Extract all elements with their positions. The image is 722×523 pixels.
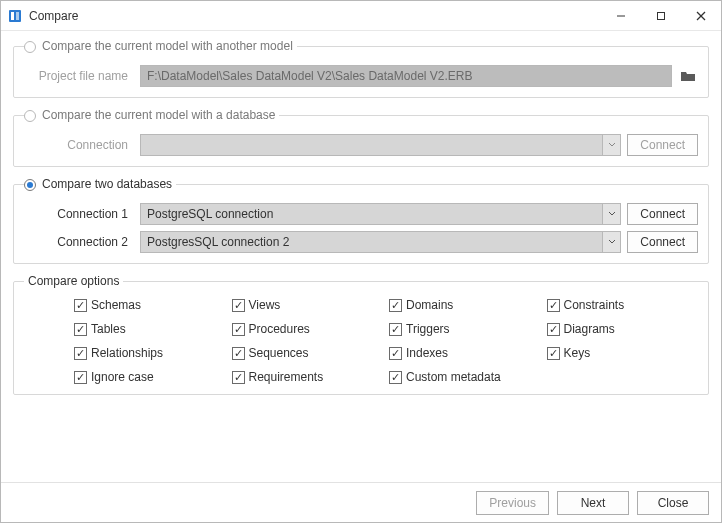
project-file-value: F:\DataModel\Sales DataModel V2\Sales Da… <box>147 69 473 83</box>
row-connection: Connection Connect <box>24 134 698 156</box>
checkbox-requirements[interactable]: ✓Requirements <box>232 370 380 384</box>
previous-button[interactable]: Previous <box>476 491 549 515</box>
radio-model-model[interactable]: Compare the current model with another m… <box>24 39 297 53</box>
connect-button-modeldb: Connect <box>627 134 698 156</box>
checkbox-label: Requirements <box>249 370 324 384</box>
window-title: Compare <box>29 9 78 23</box>
group-options: Compare options ✓Schemas ✓Views ✓Domains… <box>13 274 709 395</box>
checkbox-label: Tables <box>91 322 126 336</box>
connection-select <box>140 134 621 156</box>
checkbox-triggers[interactable]: ✓Triggers <box>389 322 537 336</box>
checkbox-constraints[interactable]: ✓Constraints <box>547 298 695 312</box>
radio-label: Compare the current model with a databas… <box>42 108 275 122</box>
connection-1-select[interactable]: PostgreSQL connection <box>140 203 621 225</box>
svg-rect-0 <box>9 10 21 22</box>
radio-label: Compare two databases <box>42 177 172 191</box>
check-icon: ✓ <box>232 323 245 336</box>
check-icon: ✓ <box>389 347 402 360</box>
next-button[interactable]: Next <box>557 491 629 515</box>
checkbox-label: Views <box>249 298 281 312</box>
chevron-down-icon[interactable] <box>602 232 620 252</box>
chevron-down-icon <box>602 135 620 155</box>
titlebar: Compare <box>1 1 721 31</box>
checkbox-ignore-case[interactable]: ✓Ignore case <box>74 370 222 384</box>
checkbox-schemas[interactable]: ✓Schemas <box>74 298 222 312</box>
connection-2-label: Connection 2 <box>24 235 134 249</box>
check-icon: ✓ <box>389 371 402 384</box>
checkbox-diagrams[interactable]: ✓Diagrams <box>547 322 695 336</box>
maximize-button[interactable] <box>641 1 681 31</box>
content: Compare the current model with another m… <box>1 31 721 482</box>
browse-file-button[interactable] <box>678 66 698 86</box>
footer: Previous Next Close <box>1 482 721 522</box>
close-button[interactable]: Close <box>637 491 709 515</box>
checkbox-procedures[interactable]: ✓Procedures <box>232 322 380 336</box>
group-db-db: Compare two databases Connection 1 Postg… <box>13 177 709 264</box>
radio-icon <box>24 110 36 122</box>
radio-label: Compare the current model with another m… <box>42 39 293 53</box>
connection-label: Connection <box>24 138 134 152</box>
radio-icon <box>24 179 36 191</box>
project-file-field: F:\DataModel\Sales DataModel V2\Sales Da… <box>140 65 672 87</box>
checkbox-label: Constraints <box>564 298 625 312</box>
check-icon: ✓ <box>547 323 560 336</box>
check-icon: ✓ <box>74 299 87 312</box>
connect-button-1[interactable]: Connect <box>627 203 698 225</box>
svg-rect-1 <box>11 12 14 20</box>
chevron-down-icon[interactable] <box>602 204 620 224</box>
check-icon: ✓ <box>74 347 87 360</box>
check-icon: ✓ <box>232 347 245 360</box>
checkbox-keys[interactable]: ✓Keys <box>547 346 695 360</box>
check-icon: ✓ <box>232 371 245 384</box>
connection-2-value: PostgresSQL connection 2 <box>141 232 602 252</box>
radio-icon <box>24 41 36 53</box>
radio-model-db[interactable]: Compare the current model with a databas… <box>24 108 279 122</box>
checkbox-label: Procedures <box>249 322 310 336</box>
svg-rect-4 <box>658 12 665 19</box>
checkbox-custom-metadata[interactable]: ✓Custom metadata <box>389 370 537 384</box>
checkbox-label: Keys <box>564 346 591 360</box>
project-file-label: Project file name <box>24 69 134 83</box>
checkbox-label: Relationships <box>91 346 163 360</box>
checkbox-label: Diagrams <box>564 322 615 336</box>
checkbox-label: Custom metadata <box>406 370 501 384</box>
checkbox-label: Triggers <box>406 322 450 336</box>
connection-2-select[interactable]: PostgresSQL connection 2 <box>140 231 621 253</box>
connection-1-value: PostgreSQL connection <box>141 204 602 224</box>
checkbox-label: Ignore case <box>91 370 154 384</box>
row-project-file: Project file name F:\DataModel\Sales Dat… <box>24 65 698 87</box>
row-connection-2: Connection 2 PostgresSQL connection 2 Co… <box>24 231 698 253</box>
checkbox-sequences[interactable]: ✓Sequences <box>232 346 380 360</box>
checkbox-label: Sequences <box>249 346 309 360</box>
checkbox-tables[interactable]: ✓Tables <box>74 322 222 336</box>
checkbox-indexes[interactable]: ✓Indexes <box>389 346 537 360</box>
check-icon: ✓ <box>74 371 87 384</box>
row-connection-1: Connection 1 PostgreSQL connection Conne… <box>24 203 698 225</box>
minimize-button[interactable] <box>601 1 641 31</box>
connect-button-2[interactable]: Connect <box>627 231 698 253</box>
check-icon: ✓ <box>547 299 560 312</box>
check-icon: ✓ <box>389 323 402 336</box>
connection-value <box>141 135 602 155</box>
options-grid: ✓Schemas ✓Views ✓Domains ✓Constraints ✓T… <box>24 294 698 384</box>
group-model-model: Compare the current model with another m… <box>13 39 709 98</box>
check-icon: ✓ <box>74 323 87 336</box>
group-model-db: Compare the current model with a databas… <box>13 108 709 167</box>
checkbox-label: Indexes <box>406 346 448 360</box>
radio-db-db[interactable]: Compare two databases <box>24 177 176 191</box>
check-icon: ✓ <box>389 299 402 312</box>
check-icon: ✓ <box>232 299 245 312</box>
connection-1-label: Connection 1 <box>24 207 134 221</box>
checkbox-views[interactable]: ✓Views <box>232 298 380 312</box>
checkbox-label: Schemas <box>91 298 141 312</box>
app-icon <box>7 8 23 24</box>
close-window-button[interactable] <box>681 1 721 31</box>
svg-rect-2 <box>16 12 19 20</box>
options-legend: Compare options <box>24 274 123 288</box>
checkbox-label: Domains <box>406 298 453 312</box>
checkbox-relationships[interactable]: ✓Relationships <box>74 346 222 360</box>
check-icon: ✓ <box>547 347 560 360</box>
checkbox-domains[interactable]: ✓Domains <box>389 298 537 312</box>
